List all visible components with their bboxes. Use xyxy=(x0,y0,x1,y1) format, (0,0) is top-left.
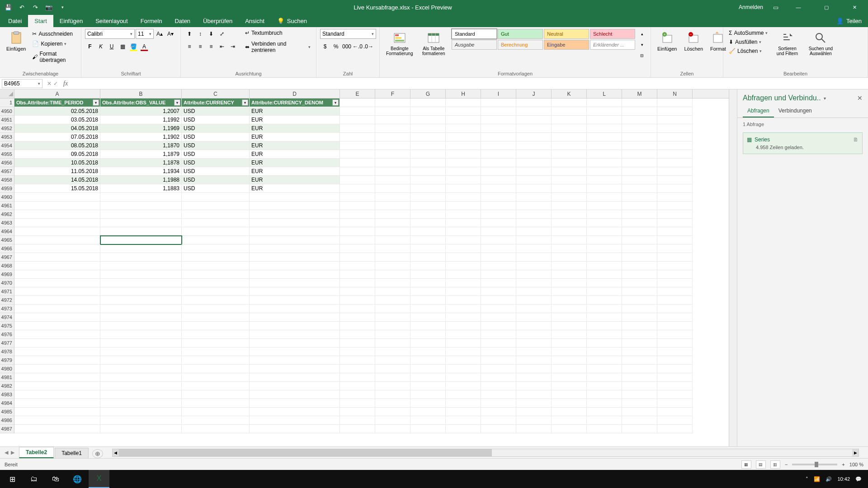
cell[interactable] xyxy=(481,124,516,133)
format-table-button[interactable]: Als Tabelle formatieren xyxy=(418,29,450,58)
cell[interactable] xyxy=(481,184,516,193)
cell[interactable] xyxy=(481,176,516,184)
cell[interactable] xyxy=(375,356,410,365)
cell[interactable] xyxy=(100,219,182,227)
cell[interactable] xyxy=(481,425,516,433)
cell[interactable] xyxy=(340,262,375,270)
cell[interactable] xyxy=(481,322,516,330)
zoom-out-icon[interactable]: − xyxy=(785,462,788,467)
cell[interactable] xyxy=(446,99,481,107)
cell[interactable] xyxy=(587,279,622,287)
cell[interactable] xyxy=(481,356,516,365)
qat-customize-icon[interactable]: ▾ xyxy=(58,3,67,12)
cell[interactable] xyxy=(481,141,516,150)
cell[interactable] xyxy=(375,339,410,347)
cell[interactable] xyxy=(446,150,481,159)
cell[interactable] xyxy=(657,227,693,236)
cell[interactable] xyxy=(552,184,587,193)
cell[interactable] xyxy=(587,244,622,253)
tab-formeln[interactable]: Formeln xyxy=(134,15,169,27)
cut-button[interactable]: ✂Ausschneiden xyxy=(30,30,77,38)
cell[interactable] xyxy=(340,219,375,227)
cell[interactable] xyxy=(622,124,657,133)
cell[interactable] xyxy=(340,373,375,382)
copy-button[interactable]: 📄Kopieren▾ xyxy=(30,40,77,48)
cell[interactable] xyxy=(516,99,552,107)
cell[interactable] xyxy=(552,416,587,425)
cell[interactable] xyxy=(552,262,587,270)
pane-tab-abfragen[interactable]: Abfragen xyxy=(743,105,774,117)
cell[interactable]: 1,1879 xyxy=(100,150,182,159)
cell[interactable] xyxy=(375,382,410,390)
cell[interactable] xyxy=(552,408,587,416)
sort-filter-button[interactable]: Sortieren und Filtern xyxy=(771,29,803,58)
cell[interactable] xyxy=(516,159,552,167)
row-header[interactable]: 4976 xyxy=(0,330,14,339)
cell[interactable] xyxy=(587,373,622,382)
cell[interactable] xyxy=(657,107,693,116)
style-erklaerend[interactable]: Erklärender ... xyxy=(590,40,635,50)
cell[interactable] xyxy=(622,262,657,270)
cell[interactable] xyxy=(657,322,693,330)
cell[interactable] xyxy=(481,202,516,210)
filter-icon[interactable]: ▾ xyxy=(332,99,339,106)
cell[interactable] xyxy=(481,408,516,416)
tab-ansicht[interactable]: Ansicht xyxy=(239,15,271,27)
cell[interactable] xyxy=(446,425,481,433)
cell[interactable] xyxy=(250,313,340,322)
cell[interactable] xyxy=(587,408,622,416)
cell[interactable] xyxy=(182,347,250,356)
cell[interactable]: USD xyxy=(182,159,250,167)
cell[interactable] xyxy=(182,219,250,227)
cell[interactable]: EUR xyxy=(250,159,340,167)
cell[interactable] xyxy=(446,279,481,287)
save-icon[interactable]: 💾 xyxy=(4,3,13,12)
zoom-level[interactable]: 100 % xyxy=(849,462,863,467)
cell[interactable] xyxy=(481,382,516,390)
cell[interactable] xyxy=(622,107,657,116)
tab-einfuegen[interactable]: Einfügen xyxy=(53,15,89,27)
cell[interactable] xyxy=(375,287,410,296)
cell[interactable] xyxy=(552,133,587,141)
formula-input[interactable] xyxy=(71,79,868,88)
cell[interactable] xyxy=(446,133,481,141)
cell[interactable] xyxy=(14,244,100,253)
cell[interactable] xyxy=(446,408,481,416)
cell[interactable] xyxy=(182,382,250,390)
cell[interactable] xyxy=(622,193,657,202)
cell[interactable] xyxy=(410,150,446,159)
cell[interactable] xyxy=(14,382,100,390)
cell[interactable] xyxy=(14,253,100,262)
cell[interactable] xyxy=(100,296,182,305)
cell[interactable] xyxy=(552,270,587,279)
cell[interactable] xyxy=(100,365,182,373)
cell[interactable] xyxy=(657,416,693,425)
cell[interactable] xyxy=(657,279,693,287)
cell[interactable] xyxy=(657,305,693,313)
cell[interactable] xyxy=(340,227,375,236)
row-header[interactable]: 4958 xyxy=(0,176,14,184)
cell[interactable] xyxy=(657,219,693,227)
camera-icon[interactable]: 📷 xyxy=(44,3,53,12)
cell[interactable] xyxy=(446,124,481,133)
cell[interactable] xyxy=(250,296,340,305)
cell[interactable] xyxy=(657,296,693,305)
cell[interactable] xyxy=(516,262,552,270)
row-header[interactable]: 4977 xyxy=(0,339,14,347)
cell[interactable] xyxy=(100,193,182,202)
cell[interactable] xyxy=(14,270,100,279)
cell[interactable] xyxy=(622,287,657,296)
cell[interactable] xyxy=(622,167,657,176)
cell[interactable] xyxy=(587,365,622,373)
row-header[interactable]: 4969 xyxy=(0,270,14,279)
col-header-A[interactable]: A xyxy=(14,89,100,98)
cell[interactable] xyxy=(516,305,552,313)
cell[interactable] xyxy=(446,184,481,193)
tab-daten[interactable]: Daten xyxy=(168,15,197,27)
fx-icon[interactable]: fx xyxy=(61,80,71,87)
cell[interactable] xyxy=(14,425,100,433)
filter-icon[interactable]: ▾ xyxy=(93,99,99,106)
inc-decimal-icon[interactable]: ←.0 xyxy=(353,42,363,52)
row-header[interactable]: 1 xyxy=(0,99,14,107)
redo-icon[interactable]: ↷ xyxy=(31,3,40,12)
